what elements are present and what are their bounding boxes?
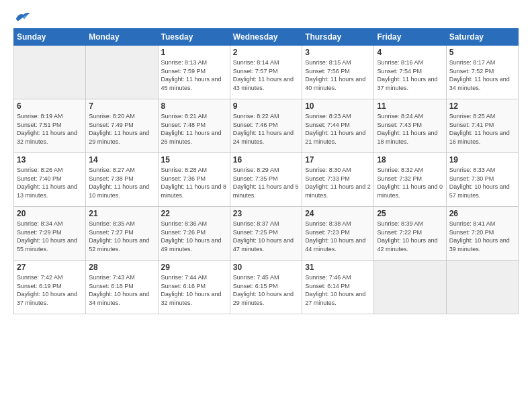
calendar-week-1: 1Sunrise: 8:13 AM Sunset: 7:59 PM Daylig… <box>14 46 519 99</box>
day-number: 24 <box>305 209 371 218</box>
calendar-cell <box>374 261 446 314</box>
calendar-week-5: 27Sunrise: 7:42 AM Sunset: 6:19 PM Dayli… <box>14 261 519 314</box>
day-info: Sunrise: 8:17 AM Sunset: 7:52 PM Dayligh… <box>449 58 515 92</box>
logo-bird-icon <box>15 11 31 23</box>
day-number: 18 <box>377 155 443 165</box>
calendar-cell: 22Sunrise: 8:36 AM Sunset: 7:26 PM Dayli… <box>158 207 230 261</box>
day-number: 26 <box>449 209 515 218</box>
day-info: Sunrise: 8:14 AM Sunset: 7:57 PM Dayligh… <box>233 58 299 92</box>
header-day-saturday: Saturday <box>446 29 518 46</box>
calendar-cell: 26Sunrise: 8:41 AM Sunset: 7:20 PM Dayli… <box>446 207 518 261</box>
calendar-cell: 18Sunrise: 8:32 AM Sunset: 7:32 PM Dayli… <box>374 153 446 207</box>
header-day-monday: Monday <box>86 29 158 46</box>
calendar-cell: 17Sunrise: 8:30 AM Sunset: 7:33 PM Dayli… <box>302 153 374 207</box>
calendar-cell <box>86 46 158 99</box>
calendar-cell: 30Sunrise: 7:45 AM Sunset: 6:15 PM Dayli… <box>230 261 302 314</box>
day-number: 31 <box>305 263 371 272</box>
day-info: Sunrise: 8:22 AM Sunset: 7:46 PM Dayligh… <box>233 112 299 146</box>
calendar-cell: 4Sunrise: 8:16 AM Sunset: 7:54 PM Daylig… <box>374 46 446 99</box>
day-number: 11 <box>377 101 443 111</box>
day-number: 5 <box>449 48 515 57</box>
day-info: Sunrise: 8:27 AM Sunset: 7:38 PM Dayligh… <box>89 166 154 199</box>
day-info: Sunrise: 7:45 AM Sunset: 6:15 PM Dayligh… <box>233 273 299 307</box>
day-info: Sunrise: 8:28 AM Sunset: 7:36 PM Dayligh… <box>161 166 227 199</box>
day-info: Sunrise: 8:25 AM Sunset: 7:41 PM Dayligh… <box>449 112 515 146</box>
calendar-cell: 13Sunrise: 8:26 AM Sunset: 7:40 PM Dayli… <box>14 153 86 207</box>
day-number: 13 <box>17 155 83 165</box>
day-info: Sunrise: 7:44 AM Sunset: 6:16 PM Dayligh… <box>161 273 227 307</box>
day-info: Sunrise: 8:29 AM Sunset: 7:35 PM Dayligh… <box>233 166 299 199</box>
day-number: 21 <box>89 209 154 218</box>
calendar-cell: 16Sunrise: 8:29 AM Sunset: 7:35 PM Dayli… <box>230 153 302 207</box>
calendar-cell: 23Sunrise: 8:37 AM Sunset: 7:25 PM Dayli… <box>230 207 302 261</box>
calendar-cell: 20Sunrise: 8:34 AM Sunset: 7:29 PM Dayli… <box>14 207 86 261</box>
calendar-cell: 12Sunrise: 8:25 AM Sunset: 7:41 PM Dayli… <box>446 99 518 153</box>
calendar-cell: 8Sunrise: 8:21 AM Sunset: 7:48 PM Daylig… <box>158 99 230 153</box>
day-info: Sunrise: 8:19 AM Sunset: 7:51 PM Dayligh… <box>17 112 83 146</box>
day-number: 1 <box>161 48 227 57</box>
day-number: 3 <box>305 48 371 57</box>
logo <box>13 11 31 24</box>
header-day-tuesday: Tuesday <box>158 29 230 46</box>
day-number: 4 <box>377 48 443 57</box>
day-number: 19 <box>449 155 515 165</box>
day-number: 25 <box>377 209 443 218</box>
day-number: 30 <box>233 263 299 272</box>
calendar-cell: 6Sunrise: 8:19 AM Sunset: 7:51 PM Daylig… <box>14 99 86 153</box>
day-info: Sunrise: 8:20 AM Sunset: 7:49 PM Dayligh… <box>89 112 154 146</box>
header-day-sunday: Sunday <box>14 29 86 46</box>
calendar-cell: 2Sunrise: 8:14 AM Sunset: 7:57 PM Daylig… <box>230 46 302 99</box>
day-info: Sunrise: 8:35 AM Sunset: 7:27 PM Dayligh… <box>89 220 154 253</box>
day-info: Sunrise: 8:36 AM Sunset: 7:26 PM Dayligh… <box>161 220 227 253</box>
day-number: 20 <box>17 209 83 218</box>
calendar-cell: 21Sunrise: 8:35 AM Sunset: 7:27 PM Dayli… <box>86 207 158 261</box>
calendar-cell: 1Sunrise: 8:13 AM Sunset: 7:59 PM Daylig… <box>158 46 230 99</box>
day-info: Sunrise: 7:46 AM Sunset: 6:14 PM Dayligh… <box>305 273 371 307</box>
day-number: 8 <box>161 101 227 111</box>
day-info: Sunrise: 8:16 AM Sunset: 7:54 PM Dayligh… <box>377 58 443 92</box>
day-number: 15 <box>161 155 227 165</box>
calendar-cell: 29Sunrise: 7:44 AM Sunset: 6:16 PM Dayli… <box>158 261 230 314</box>
header-day-thursday: Thursday <box>302 29 374 46</box>
calendar-week-2: 6Sunrise: 8:19 AM Sunset: 7:51 PM Daylig… <box>14 99 519 153</box>
calendar-cell: 3Sunrise: 8:15 AM Sunset: 7:56 PM Daylig… <box>302 46 374 99</box>
day-info: Sunrise: 8:34 AM Sunset: 7:29 PM Dayligh… <box>17 220 83 253</box>
calendar-cell: 11Sunrise: 8:24 AM Sunset: 7:43 PM Dayli… <box>374 99 446 153</box>
day-info: Sunrise: 8:26 AM Sunset: 7:40 PM Dayligh… <box>17 166 83 199</box>
day-number: 29 <box>161 263 227 272</box>
day-info: Sunrise: 7:42 AM Sunset: 6:19 PM Dayligh… <box>17 273 83 307</box>
day-info: Sunrise: 8:39 AM Sunset: 7:22 PM Dayligh… <box>377 220 443 253</box>
day-info: Sunrise: 8:30 AM Sunset: 7:33 PM Dayligh… <box>305 166 371 199</box>
day-info: Sunrise: 8:38 AM Sunset: 7:23 PM Dayligh… <box>305 220 371 253</box>
day-info: Sunrise: 8:13 AM Sunset: 7:59 PM Dayligh… <box>161 58 227 92</box>
day-number: 12 <box>449 101 515 111</box>
day-info: Sunrise: 8:23 AM Sunset: 7:44 PM Dayligh… <box>305 112 371 146</box>
day-number: 28 <box>89 263 154 272</box>
calendar-cell: 28Sunrise: 7:43 AM Sunset: 6:18 PM Dayli… <box>86 261 158 314</box>
calendar-cell: 7Sunrise: 8:20 AM Sunset: 7:49 PM Daylig… <box>86 99 158 153</box>
day-number: 9 <box>233 101 299 111</box>
day-info: Sunrise: 8:41 AM Sunset: 7:20 PM Dayligh… <box>449 220 515 253</box>
calendar-cell: 14Sunrise: 8:27 AM Sunset: 7:38 PM Dayli… <box>86 153 158 207</box>
header-day-friday: Friday <box>374 29 446 46</box>
day-info: Sunrise: 8:15 AM Sunset: 7:56 PM Dayligh… <box>305 58 371 92</box>
calendar-cell: 25Sunrise: 8:39 AM Sunset: 7:22 PM Dayli… <box>374 207 446 261</box>
day-number: 17 <box>305 155 371 165</box>
day-number: 2 <box>233 48 299 57</box>
calendar-week-3: 13Sunrise: 8:26 AM Sunset: 7:40 PM Dayli… <box>14 153 519 207</box>
calendar-cell: 5Sunrise: 8:17 AM Sunset: 7:52 PM Daylig… <box>446 46 518 99</box>
calendar-cell: 24Sunrise: 8:38 AM Sunset: 7:23 PM Dayli… <box>302 207 374 261</box>
calendar-header-row: SundayMondayTuesdayWednesdayThursdayFrid… <box>14 29 519 46</box>
calendar-week-4: 20Sunrise: 8:34 AM Sunset: 7:29 PM Dayli… <box>14 207 519 261</box>
day-info: Sunrise: 8:21 AM Sunset: 7:48 PM Dayligh… <box>161 112 227 146</box>
day-number: 7 <box>89 101 154 111</box>
calendar-cell: 19Sunrise: 8:33 AM Sunset: 7:30 PM Dayli… <box>446 153 518 207</box>
day-number: 16 <box>233 155 299 165</box>
day-number: 22 <box>161 209 227 218</box>
day-number: 10 <box>305 101 371 111</box>
calendar-table: SundayMondayTuesdayWednesdayThursdayFrid… <box>13 28 519 314</box>
page-header <box>13 11 519 24</box>
header-day-wednesday: Wednesday <box>230 29 302 46</box>
calendar-cell <box>14 46 86 99</box>
calendar-cell: 10Sunrise: 8:23 AM Sunset: 7:44 PM Dayli… <box>302 99 374 153</box>
